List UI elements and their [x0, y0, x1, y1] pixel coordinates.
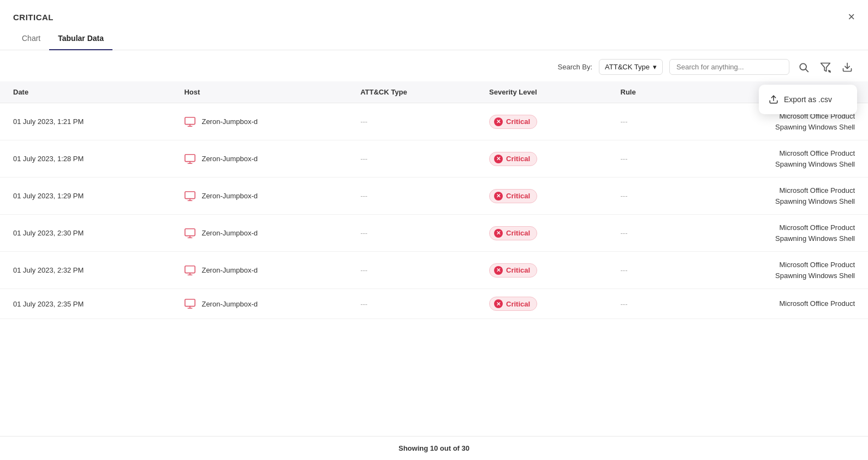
cell-attack-type: --- — [347, 289, 476, 319]
col-header-rule: Rule — [608, 81, 681, 103]
svg-point-4 — [828, 70, 830, 72]
cell-host: Zeron-Jumpbox-d — [171, 178, 347, 215]
severity-label: Critical — [506, 229, 530, 237]
cell-rule: --- — [608, 103, 681, 140]
cell-attack-type: --- — [347, 140, 476, 178]
col-header-date: Date — [0, 81, 171, 103]
cell-host: Zeron-Jumpbox-d — [171, 103, 347, 140]
cell-host: Zeron-Jumpbox-d — [171, 252, 347, 289]
cell-rule: --- — [608, 178, 681, 215]
filter-icon — [820, 62, 831, 73]
cell-attack-type: --- — [347, 215, 476, 252]
monitor-icon — [184, 116, 196, 128]
svg-point-0 — [800, 63, 806, 70]
cell-attack-type: --- — [347, 178, 476, 215]
host-name: Zeron-Jumpbox-d — [201, 300, 258, 308]
critical-x-icon: ✕ — [494, 117, 503, 126]
cell-rule: --- — [608, 252, 681, 289]
table-row: 01 July 2023, 1:21 PM Zeron-Jumpbox-d --… — [0, 103, 868, 140]
cell-severity: ✕ Critical — [476, 178, 607, 215]
svg-rect-13 — [185, 191, 195, 198]
table-row: 01 July 2023, 2:30 PM Zeron-Jumpbox-d --… — [0, 215, 868, 252]
host-name: Zeron-Jumpbox-d — [201, 117, 258, 126]
chevron-down-icon: ▾ — [653, 63, 657, 71]
cell-desc: Microsoft Office ProductSpawning Windows… — [681, 215, 868, 252]
toolbar: Search By: ATT&CK Type ▾ — [0, 50, 868, 81]
cell-date: 01 July 2023, 1:21 PM — [0, 103, 171, 140]
search-by-value: ATT&CK Type — [605, 63, 650, 71]
severity-label: Critical — [506, 192, 530, 200]
cell-date: 01 July 2023, 2:30 PM — [0, 215, 171, 252]
critical-x-icon: ✕ — [494, 229, 503, 238]
monitor-icon — [184, 190, 196, 202]
severity-label: Critical — [506, 300, 530, 308]
search-input-wrapper — [669, 59, 789, 75]
search-input[interactable] — [676, 63, 782, 71]
cell-date: 01 July 2023, 1:29 PM — [0, 178, 171, 215]
cell-host: Zeron-Jumpbox-d — [171, 215, 347, 252]
cell-rule: --- — [608, 140, 681, 178]
critical-x-icon: ✕ — [494, 155, 503, 163]
cell-severity: ✕ Critical — [476, 289, 607, 319]
svg-rect-16 — [185, 228, 195, 235]
tab-chart[interactable]: Chart — [13, 27, 49, 50]
cell-date: 01 July 2023, 2:32 PM — [0, 252, 171, 289]
cell-host: Zeron-Jumpbox-d — [171, 140, 347, 178]
tab-tabular-data[interactable]: Tabular Data — [49, 27, 112, 50]
data-table-wrapper: Date Host ATT&CK Type Severity Level Rul… — [0, 81, 868, 427]
download-button[interactable] — [840, 60, 855, 75]
export-icon — [769, 95, 778, 104]
cell-rule: --- — [608, 215, 681, 252]
search-by-label: Search By: — [558, 63, 593, 71]
host-name: Zeron-Jumpbox-d — [201, 155, 258, 163]
severity-label: Critical — [506, 155, 530, 163]
cell-attack-type: --- — [347, 103, 476, 140]
cell-host: Zeron-Jumpbox-d — [171, 289, 347, 319]
cell-desc: Microsoft Office ProductSpawning Windows… — [681, 178, 868, 215]
export-dropdown: Export as .csv — [759, 85, 857, 114]
showing-text: Showing 10 out of 30 — [399, 444, 469, 452]
col-header-attack-type: ATT&CK Type — [347, 81, 476, 103]
filter-button[interactable] — [818, 60, 833, 75]
cell-rule: --- — [608, 289, 681, 319]
close-button[interactable]: × — [848, 11, 855, 23]
data-table: Date Host ATT&CK Type Severity Level Rul… — [0, 81, 868, 319]
svg-rect-10 — [185, 154, 195, 161]
footer: Showing 10 out of 30 — [0, 436, 868, 460]
col-header-severity: Severity Level — [476, 81, 607, 103]
cell-severity: ✕ Critical — [476, 215, 607, 252]
svg-rect-19 — [185, 266, 195, 273]
cell-desc: Microsoft Office ProductSpawning Windows… — [681, 252, 868, 289]
cell-desc: Microsoft Office Product — [681, 289, 868, 319]
monitor-icon — [184, 298, 196, 310]
host-name: Zeron-Jumpbox-d — [201, 229, 258, 237]
col-header-host: Host — [171, 81, 347, 103]
critical-x-icon: ✕ — [494, 192, 503, 200]
cell-severity: ✕ Critical — [476, 252, 607, 289]
header: CRITICAL × — [0, 0, 868, 23]
search-by-select[interactable]: ATT&CK Type ▾ — [599, 59, 663, 75]
host-name: Zeron-Jumpbox-d — [201, 266, 258, 274]
table-row: 01 July 2023, 1:28 PM Zeron-Jumpbox-d --… — [0, 140, 868, 178]
download-icon — [842, 62, 853, 73]
cell-date: 01 July 2023, 2:35 PM — [0, 289, 171, 319]
host-name: Zeron-Jumpbox-d — [201, 192, 258, 200]
table-row: 01 July 2023, 2:35 PM Zeron-Jumpbox-d --… — [0, 289, 868, 319]
monitor-icon — [184, 227, 196, 239]
monitor-icon — [184, 264, 196, 276]
critical-x-icon: ✕ — [494, 299, 503, 308]
export-csv-label: Export as .csv — [784, 95, 832, 104]
svg-rect-22 — [185, 299, 195, 306]
monitor-icon — [184, 153, 196, 165]
export-csv-button[interactable]: Export as .csv — [759, 89, 857, 110]
severity-label: Critical — [506, 266, 530, 274]
table-row: 01 July 2023, 2:32 PM Zeron-Jumpbox-d --… — [0, 252, 868, 289]
search-button[interactable] — [796, 60, 811, 75]
svg-rect-7 — [185, 117, 195, 124]
cell-severity: ✕ Critical — [476, 140, 607, 178]
page-title: CRITICAL — [13, 13, 53, 22]
table-row: 01 July 2023, 1:29 PM Zeron-Jumpbox-d --… — [0, 178, 868, 215]
table-header-row: Date Host ATT&CK Type Severity Level Rul… — [0, 81, 868, 103]
svg-line-1 — [806, 69, 808, 72]
search-icon — [798, 62, 809, 73]
